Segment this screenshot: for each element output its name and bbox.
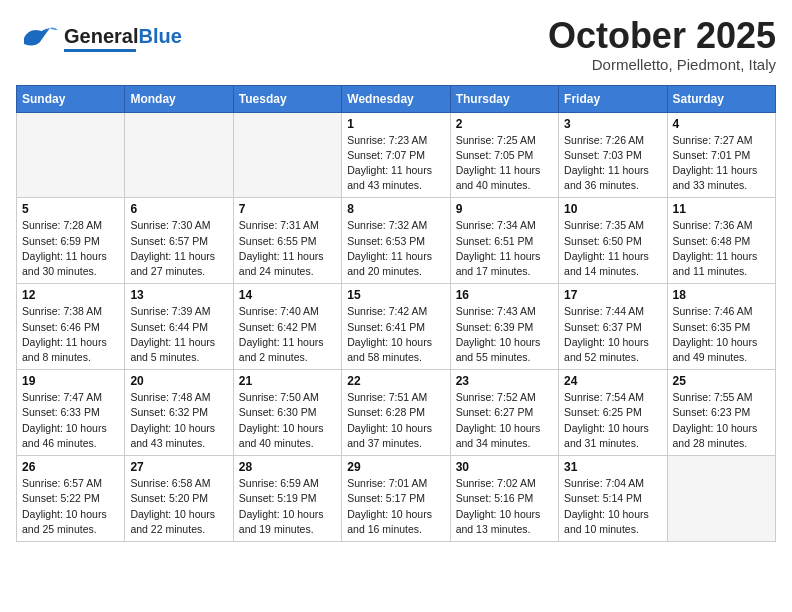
day-info: Sunrise: 7:25 AMSunset: 7:05 PMDaylight:… xyxy=(456,133,553,194)
table-row xyxy=(125,112,233,198)
table-row xyxy=(17,112,125,198)
day-info: Sunrise: 7:35 AMSunset: 6:50 PMDaylight:… xyxy=(564,218,661,279)
table-row: 8Sunrise: 7:32 AMSunset: 6:53 PMDaylight… xyxy=(342,198,450,284)
header-sunday: Sunday xyxy=(17,85,125,112)
day-number: 10 xyxy=(564,202,661,216)
logo-blue: Blue xyxy=(138,25,181,47)
table-row: 23Sunrise: 7:52 AMSunset: 6:27 PMDayligh… xyxy=(450,370,558,456)
day-info: Sunrise: 6:58 AMSunset: 5:20 PMDaylight:… xyxy=(130,476,227,537)
day-number: 31 xyxy=(564,460,661,474)
table-row: 17Sunrise: 7:44 AMSunset: 6:37 PMDayligh… xyxy=(559,284,667,370)
day-info: Sunrise: 7:48 AMSunset: 6:32 PMDaylight:… xyxy=(130,390,227,451)
day-number: 21 xyxy=(239,374,336,388)
page-header: GeneralBlue October 2025 Dormelletto, Pi… xyxy=(16,16,776,73)
day-info: Sunrise: 7:50 AMSunset: 6:30 PMDaylight:… xyxy=(239,390,336,451)
calendar-header-row: Sunday Monday Tuesday Wednesday Thursday… xyxy=(17,85,776,112)
day-number: 18 xyxy=(673,288,770,302)
table-row: 16Sunrise: 7:43 AMSunset: 6:39 PMDayligh… xyxy=(450,284,558,370)
day-info: Sunrise: 7:54 AMSunset: 6:25 PMDaylight:… xyxy=(564,390,661,451)
day-info: Sunrise: 6:57 AMSunset: 5:22 PMDaylight:… xyxy=(22,476,119,537)
header-tuesday: Tuesday xyxy=(233,85,341,112)
day-info: Sunrise: 7:51 AMSunset: 6:28 PMDaylight:… xyxy=(347,390,444,451)
day-number: 20 xyxy=(130,374,227,388)
day-number: 9 xyxy=(456,202,553,216)
table-row: 27Sunrise: 6:58 AMSunset: 5:20 PMDayligh… xyxy=(125,456,233,542)
table-row: 20Sunrise: 7:48 AMSunset: 6:32 PMDayligh… xyxy=(125,370,233,456)
month-title: October 2025 xyxy=(548,16,776,56)
title-block: October 2025 Dormelletto, Piedmont, Ital… xyxy=(548,16,776,73)
logo-icon xyxy=(16,16,60,60)
day-info: Sunrise: 7:02 AMSunset: 5:16 PMDaylight:… xyxy=(456,476,553,537)
table-row: 26Sunrise: 6:57 AMSunset: 5:22 PMDayligh… xyxy=(17,456,125,542)
table-row: 10Sunrise: 7:35 AMSunset: 6:50 PMDayligh… xyxy=(559,198,667,284)
header-monday: Monday xyxy=(125,85,233,112)
day-info: Sunrise: 7:55 AMSunset: 6:23 PMDaylight:… xyxy=(673,390,770,451)
calendar-week-row: 12Sunrise: 7:38 AMSunset: 6:46 PMDayligh… xyxy=(17,284,776,370)
table-row: 29Sunrise: 7:01 AMSunset: 5:17 PMDayligh… xyxy=(342,456,450,542)
day-info: Sunrise: 7:40 AMSunset: 6:42 PMDaylight:… xyxy=(239,304,336,365)
logo-text: GeneralBlue xyxy=(64,25,182,52)
day-number: 15 xyxy=(347,288,444,302)
day-info: Sunrise: 7:46 AMSunset: 6:35 PMDaylight:… xyxy=(673,304,770,365)
table-row: 30Sunrise: 7:02 AMSunset: 5:16 PMDayligh… xyxy=(450,456,558,542)
day-info: Sunrise: 7:27 AMSunset: 7:01 PMDaylight:… xyxy=(673,133,770,194)
day-number: 28 xyxy=(239,460,336,474)
day-number: 27 xyxy=(130,460,227,474)
day-info: Sunrise: 7:44 AMSunset: 6:37 PMDaylight:… xyxy=(564,304,661,365)
table-row xyxy=(233,112,341,198)
table-row: 28Sunrise: 6:59 AMSunset: 5:19 PMDayligh… xyxy=(233,456,341,542)
day-info: Sunrise: 7:04 AMSunset: 5:14 PMDaylight:… xyxy=(564,476,661,537)
day-number: 24 xyxy=(564,374,661,388)
table-row: 22Sunrise: 7:51 AMSunset: 6:28 PMDayligh… xyxy=(342,370,450,456)
calendar-week-row: 19Sunrise: 7:47 AMSunset: 6:33 PMDayligh… xyxy=(17,370,776,456)
logo: GeneralBlue xyxy=(16,16,182,60)
table-row: 15Sunrise: 7:42 AMSunset: 6:41 PMDayligh… xyxy=(342,284,450,370)
table-row: 25Sunrise: 7:55 AMSunset: 6:23 PMDayligh… xyxy=(667,370,775,456)
table-row: 18Sunrise: 7:46 AMSunset: 6:35 PMDayligh… xyxy=(667,284,775,370)
table-row: 5Sunrise: 7:28 AMSunset: 6:59 PMDaylight… xyxy=(17,198,125,284)
table-row: 21Sunrise: 7:50 AMSunset: 6:30 PMDayligh… xyxy=(233,370,341,456)
day-number: 29 xyxy=(347,460,444,474)
calendar-week-row: 1Sunrise: 7:23 AMSunset: 7:07 PMDaylight… xyxy=(17,112,776,198)
table-row: 13Sunrise: 7:39 AMSunset: 6:44 PMDayligh… xyxy=(125,284,233,370)
calendar-week-row: 5Sunrise: 7:28 AMSunset: 6:59 PMDaylight… xyxy=(17,198,776,284)
day-info: Sunrise: 7:42 AMSunset: 6:41 PMDaylight:… xyxy=(347,304,444,365)
day-info: Sunrise: 7:34 AMSunset: 6:51 PMDaylight:… xyxy=(456,218,553,279)
location: Dormelletto, Piedmont, Italy xyxy=(548,56,776,73)
day-info: Sunrise: 7:36 AMSunset: 6:48 PMDaylight:… xyxy=(673,218,770,279)
day-info: Sunrise: 7:01 AMSunset: 5:17 PMDaylight:… xyxy=(347,476,444,537)
header-saturday: Saturday xyxy=(667,85,775,112)
day-info: Sunrise: 7:31 AMSunset: 6:55 PMDaylight:… xyxy=(239,218,336,279)
day-info: Sunrise: 7:26 AMSunset: 7:03 PMDaylight:… xyxy=(564,133,661,194)
table-row: 3Sunrise: 7:26 AMSunset: 7:03 PMDaylight… xyxy=(559,112,667,198)
header-thursday: Thursday xyxy=(450,85,558,112)
day-number: 17 xyxy=(564,288,661,302)
day-number: 3 xyxy=(564,117,661,131)
day-number: 1 xyxy=(347,117,444,131)
table-row: 31Sunrise: 7:04 AMSunset: 5:14 PMDayligh… xyxy=(559,456,667,542)
table-row: 6Sunrise: 7:30 AMSunset: 6:57 PMDaylight… xyxy=(125,198,233,284)
day-info: Sunrise: 6:59 AMSunset: 5:19 PMDaylight:… xyxy=(239,476,336,537)
table-row: 1Sunrise: 7:23 AMSunset: 7:07 PMDaylight… xyxy=(342,112,450,198)
day-info: Sunrise: 7:23 AMSunset: 7:07 PMDaylight:… xyxy=(347,133,444,194)
table-row: 11Sunrise: 7:36 AMSunset: 6:48 PMDayligh… xyxy=(667,198,775,284)
day-number: 13 xyxy=(130,288,227,302)
day-number: 26 xyxy=(22,460,119,474)
table-row: 7Sunrise: 7:31 AMSunset: 6:55 PMDaylight… xyxy=(233,198,341,284)
day-number: 6 xyxy=(130,202,227,216)
day-number: 4 xyxy=(673,117,770,131)
day-info: Sunrise: 7:28 AMSunset: 6:59 PMDaylight:… xyxy=(22,218,119,279)
calendar-table: Sunday Monday Tuesday Wednesday Thursday… xyxy=(16,85,776,542)
table-row: 2Sunrise: 7:25 AMSunset: 7:05 PMDaylight… xyxy=(450,112,558,198)
day-info: Sunrise: 7:32 AMSunset: 6:53 PMDaylight:… xyxy=(347,218,444,279)
day-number: 25 xyxy=(673,374,770,388)
calendar-week-row: 26Sunrise: 6:57 AMSunset: 5:22 PMDayligh… xyxy=(17,456,776,542)
day-info: Sunrise: 7:30 AMSunset: 6:57 PMDaylight:… xyxy=(130,218,227,279)
day-info: Sunrise: 7:38 AMSunset: 6:46 PMDaylight:… xyxy=(22,304,119,365)
table-row: 9Sunrise: 7:34 AMSunset: 6:51 PMDaylight… xyxy=(450,198,558,284)
table-row xyxy=(667,456,775,542)
day-number: 19 xyxy=(22,374,119,388)
logo-general: General xyxy=(64,25,138,47)
table-row: 24Sunrise: 7:54 AMSunset: 6:25 PMDayligh… xyxy=(559,370,667,456)
day-info: Sunrise: 7:39 AMSunset: 6:44 PMDaylight:… xyxy=(130,304,227,365)
